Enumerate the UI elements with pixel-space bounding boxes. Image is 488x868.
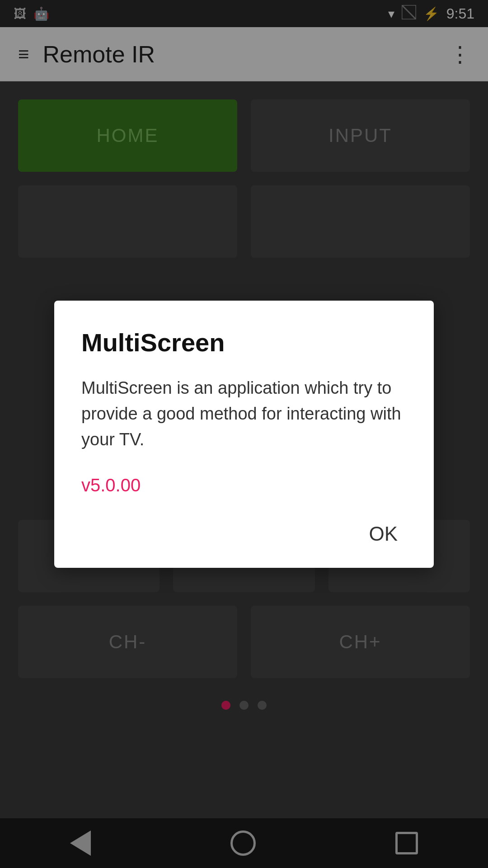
dialog-ok-button[interactable]: OK — [360, 518, 407, 550]
dialog: MultiScreen MultiScreen is an applicatio… — [54, 301, 434, 568]
dialog-version: v5.0.00 — [81, 475, 407, 495]
dialog-title: MultiScreen — [81, 328, 407, 357]
dialog-overlay: MultiScreen MultiScreen is an applicatio… — [0, 0, 488, 868]
dialog-body: MultiScreen is an application which try … — [81, 375, 407, 453]
dialog-actions: OK — [81, 518, 407, 550]
